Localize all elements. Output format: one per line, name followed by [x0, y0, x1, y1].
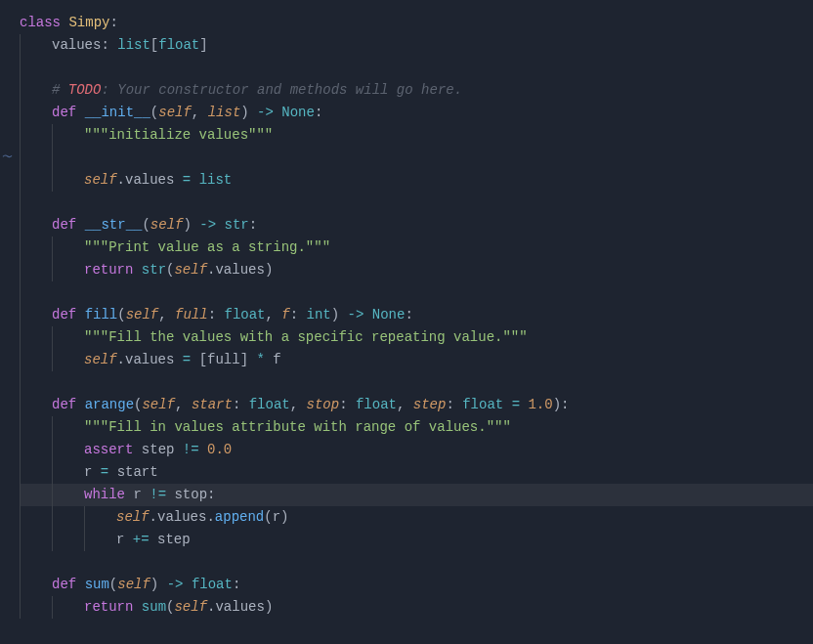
- arrow: ->: [199, 217, 216, 233]
- self: self: [84, 352, 117, 367]
- bracket: ]: [199, 37, 207, 53]
- type-float: float: [356, 397, 397, 412]
- code-line: return str(self.values): [20, 259, 813, 281]
- code-line-current: while r != stop:: [20, 484, 813, 506]
- keyword-def: def: [52, 307, 76, 322]
- keyword-class: class: [20, 15, 61, 30]
- var-full: full: [207, 352, 240, 367]
- bracket: [: [191, 352, 207, 367]
- var-stop: stop: [174, 487, 207, 502]
- arrow: ->: [257, 105, 274, 120]
- paren: ): [183, 217, 199, 233]
- keyword-def: def: [52, 217, 76, 233]
- comment-text: : Your constructor and methods will go h…: [101, 82, 462, 98]
- comma: ,: [266, 307, 282, 322]
- param-step: step: [413, 397, 447, 412]
- builtin-str: str: [142, 262, 166, 278]
- type-float: float: [462, 397, 503, 412]
- code-line: """Fill the values with a specific repea…: [20, 326, 813, 349]
- comma: ,: [290, 397, 307, 412]
- var-step: step: [157, 532, 191, 547]
- colon: :: [339, 397, 356, 412]
- code-line: def fill(self, full: float, f: int) -> N…: [20, 304, 813, 326]
- paren: ): [150, 577, 167, 592]
- code-line: """initialize values""": [20, 124, 813, 147]
- type-none: None: [372, 307, 406, 322]
- self: self: [116, 509, 150, 525]
- param-self: self: [126, 307, 159, 322]
- star: *: [256, 352, 264, 367]
- paren: ): [331, 307, 348, 322]
- paren: ): [265, 599, 273, 615]
- todo-marker: TODO: [68, 82, 102, 98]
- code-line: return sum(self.values): [20, 596, 813, 619]
- code-line: """Fill in values attribute with range o…: [20, 416, 813, 439]
- code-line: self.values.append(r): [20, 506, 813, 529]
- code-editor[interactable]: class Simpy: values: list[float] # TODO:…: [20, 12, 813, 619]
- param-stop: stop: [307, 397, 340, 412]
- code-line: self.values = [full] * f: [20, 349, 813, 371]
- param-self: self: [142, 397, 175, 412]
- docstring: """initialize values""": [84, 127, 273, 143]
- self: self: [84, 172, 117, 188]
- builtin-sum: sum: [142, 599, 166, 615]
- num-zero: 0.0: [207, 442, 232, 457]
- docstring: """Fill in values attribute with range o…: [84, 419, 511, 435]
- class-name: Simpy: [68, 15, 109, 30]
- colon: :: [207, 487, 215, 502]
- fn-append: append: [215, 509, 264, 525]
- param-self: self: [117, 577, 150, 592]
- code-line: class Simpy:: [20, 12, 813, 34]
- paren: (: [117, 307, 125, 322]
- colon: :: [290, 307, 307, 322]
- keyword-assert: assert: [84, 442, 133, 457]
- paren: (: [264, 509, 272, 525]
- type-list: list: [117, 37, 150, 53]
- attr-values: values: [215, 262, 264, 278]
- dot: .: [150, 509, 157, 525]
- comma: ,: [192, 105, 208, 120]
- arrow: ->: [167, 577, 184, 592]
- default-1: 1.0: [528, 397, 552, 412]
- equals: =: [183, 352, 191, 367]
- var-r: r: [133, 487, 141, 502]
- bracket: [: [150, 37, 158, 53]
- equals: =: [101, 464, 108, 480]
- colon: :: [101, 37, 117, 53]
- paren: ):: [553, 397, 570, 412]
- paren: (: [142, 217, 150, 233]
- code-line: r = start: [20, 461, 813, 484]
- type-int: int: [307, 307, 331, 322]
- equals: =: [183, 172, 191, 188]
- op-plus-eq: +=: [133, 532, 150, 547]
- comma: ,: [397, 397, 413, 412]
- param-list: list: [208, 105, 241, 120]
- keyword-def: def: [52, 577, 76, 592]
- fn-fill: fill: [85, 307, 118, 322]
- attr-values: values: [125, 172, 174, 188]
- bracket: ]: [240, 352, 257, 367]
- colon: :: [249, 217, 257, 233]
- param-full: full: [175, 307, 208, 322]
- keyword-def: def: [52, 105, 76, 120]
- code-line: def sum(self) -> float:: [20, 574, 813, 596]
- op-ne: !=: [183, 442, 199, 457]
- equals: =: [512, 397, 520, 412]
- code-line: # TODO: Your constructor and methods wil…: [20, 79, 813, 102]
- dot: .: [117, 172, 125, 188]
- param-self: self: [150, 217, 184, 233]
- type-float: float: [192, 577, 233, 592]
- fn-str: __str__: [85, 217, 143, 233]
- gutter-hint-icon: 〜: [2, 147, 13, 169]
- colon: :: [233, 577, 240, 592]
- param-self: self: [158, 105, 192, 120]
- code-line: def __str__(self) -> str:: [20, 214, 813, 236]
- colon: :: [208, 307, 225, 322]
- blank-line: [20, 281, 813, 304]
- keyword-return: return: [84, 599, 133, 615]
- keyword-return: return: [84, 262, 133, 278]
- val-list: list: [199, 172, 233, 188]
- type-float: float: [224, 307, 265, 322]
- var-values: values: [52, 37, 101, 53]
- param-start: start: [192, 397, 233, 412]
